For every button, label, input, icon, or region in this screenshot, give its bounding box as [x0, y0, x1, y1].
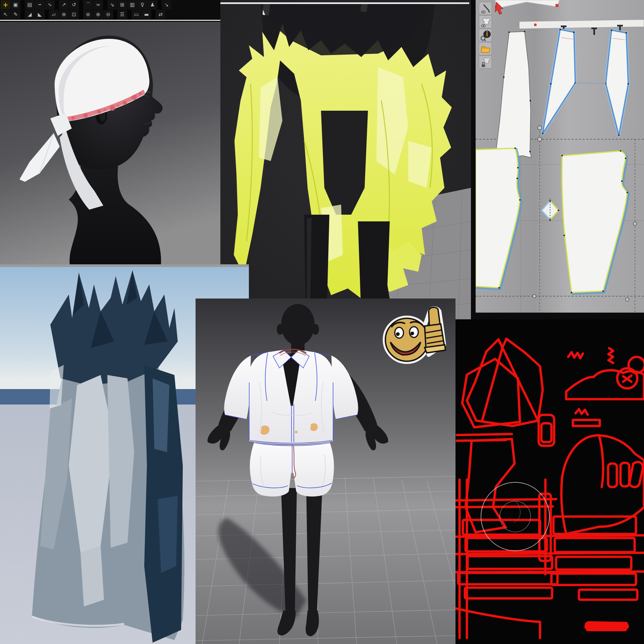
- pattern-2d-window[interactable]: [476, 0, 644, 315]
- toolbar-separator: [127, 10, 131, 19]
- edit-curvature-tool-icon[interactable]: ≈: [93, 0, 103, 9]
- select-move-tool-icon[interactable]: +: [1, 0, 11, 9]
- fabric-panel-b-tool-icon[interactable]: ▬: [142, 10, 152, 19]
- selection-point: [534, 23, 537, 26]
- sewing-machine-tool-icon[interactable]: ▤: [25, 0, 35, 9]
- garment-eye-icon[interactable]: [479, 15, 492, 28]
- fold-arrangement-tool-icon[interactable]: ⇘: [107, 0, 117, 9]
- toolbar-separator: [158, 0, 162, 9]
- toolbar-separator: [152, 10, 156, 19]
- pattern-print-tool-icon[interactable]: ⊡: [69, 10, 79, 19]
- red-pattern-outlines: [455, 339, 644, 638]
- avatar-mannequin-tool-icon[interactable]: ♟: [148, 0, 158, 9]
- pen-eye-icon[interactable]: [479, 2, 492, 15]
- toolbar-separator: [21, 0, 25, 9]
- solid-red-bar: [584, 621, 629, 631]
- viewport-3d-white-outfit[interactable]: [196, 299, 455, 644]
- toolbar-row-2: ↖✎◢◣▱⊛⊡⊚⊕⊖☰▭▬⇄: [0, 10, 220, 19]
- toolbar-separator: [113, 10, 117, 19]
- rotate-drape-tool-icon[interactable]: ↺: [69, 0, 79, 9]
- dart-cut-tool-icon[interactable]: ◣: [35, 10, 45, 19]
- edit-curve-point-tool-icon[interactable]: ⌒: [83, 0, 93, 9]
- toolbar-separator: [79, 0, 83, 9]
- free-sewing-tool-icon[interactable]: ∿: [45, 0, 55, 9]
- screenshot-collage: +▣▤┅∿↗↺⌒≈⇘⊞▥♀♟↘ ↖✎◢◣▱⊛⊡⊚⊕⊖☰▭▬⇄: [0, 0, 644, 644]
- hanger-bar: [220, 2, 469, 4]
- fasten-button-tool-icon[interactable]: ⊖: [103, 10, 113, 19]
- zipper-tool-icon[interactable]: ☰: [117, 10, 127, 19]
- fabric-print-tool-icon[interactable]: ⊛: [59, 10, 69, 19]
- fold-simulation-tool-icon[interactable]: ▥: [127, 0, 138, 9]
- laser-cut-plot: [455, 319, 644, 644]
- avatar-female-tool-icon[interactable]: ♀: [138, 0, 148, 9]
- dart-tool-icon[interactable]: ◢: [25, 10, 35, 19]
- toolbar-separator: [79, 10, 83, 19]
- viewport-3d-yellow-glitch[interactable]: [220, 0, 471, 319]
- tack-on-avatar-tool-icon[interactable]: ↖: [1, 10, 11, 19]
- panel-bottom-edge: [476, 313, 644, 315]
- buttonhole-tool-icon[interactable]: ⊕: [93, 10, 103, 19]
- symmetry-edit-tool-icon[interactable]: ⇄: [156, 10, 166, 19]
- pattern-side-toolbar: [479, 2, 492, 68]
- button-tool-icon[interactable]: ⊚: [83, 10, 93, 19]
- garment-toolbar: +▣▤┅∿↗↺⌒≈⇘⊞▥♀♟↘ ↖✎◢◣▱⊛⊡⊚⊕⊖☰▭▬⇄: [0, 0, 220, 21]
- fabric-panel-a-tool-icon[interactable]: ▭: [131, 10, 142, 19]
- info-magnifier-icon[interactable]: [479, 29, 492, 42]
- glitched-skirt-mesh[interactable]: [32, 270, 184, 643]
- pin-tool-icon[interactable]: ↗: [59, 0, 69, 9]
- pin-needle-tool-icon[interactable]: ✎: [11, 10, 21, 19]
- tile-top-sliver: [0, 264, 249, 267]
- flatten-tool-icon[interactable]: ↘: [162, 0, 172, 9]
- toolbar-row-1: +▣▤┅∿↗↺⌒≈⇘⊞▥♀♟↘: [0, 0, 220, 10]
- viewport-3d-durag[interactable]: +▣▤┅∿↗↺⌒≈⇘⊞▥♀♟↘ ↖✎◢◣▱⊛⊡⊚⊕⊖☰▭▬⇄: [0, 0, 220, 264]
- toolbar-separator: [45, 10, 49, 19]
- folder-icon[interactable]: [479, 42, 492, 55]
- front-back-pattern-tool-icon[interactable]: ⊞: [117, 0, 127, 9]
- lock-garment-icon[interactable]: [479, 56, 492, 68]
- steam-iron-tool-icon[interactable]: ▱: [49, 10, 59, 19]
- transform-pattern-tool-icon[interactable]: ▣: [11, 0, 21, 9]
- segment-sewing-tool-icon[interactable]: ┅: [35, 0, 45, 9]
- toolbar-separator: [21, 10, 25, 19]
- toolbar-separator: [103, 0, 107, 9]
- toolbar-separator: [55, 0, 59, 9]
